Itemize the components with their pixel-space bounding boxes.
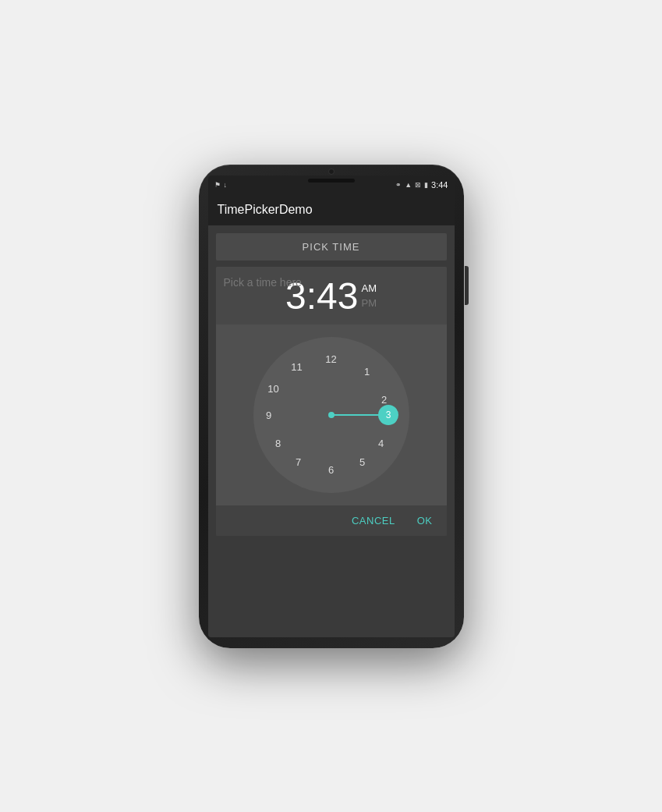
battery-icon: ▮ xyxy=(424,181,428,189)
phone-screen: ⚑ ↓ ⚭ ▲ ⊠ ▮ 3:44 TimePickerDemo PICK TIM… xyxy=(208,176,455,637)
content-area: PICK TIME Pick a time here 3:43 AM PM xyxy=(208,225,455,637)
clock-num-11[interactable]: 11 xyxy=(291,360,302,372)
dialog-buttons: CANCEL OK xyxy=(216,505,447,536)
clock-num-10[interactable]: 10 xyxy=(267,382,278,394)
bluetooth-icon: ⚭ xyxy=(395,181,402,189)
clock-num-12[interactable]: 12 xyxy=(325,353,336,364)
phone-camera xyxy=(328,168,335,175)
clock-num-2[interactable]: 2 xyxy=(381,393,387,405)
ok-button[interactable]: OK xyxy=(416,512,434,530)
cancel-button[interactable]: CANCEL xyxy=(350,512,397,530)
time-separator: : xyxy=(306,275,317,317)
clock-num-4[interactable]: 4 xyxy=(378,437,384,449)
clock-num-1[interactable]: 1 xyxy=(364,365,370,377)
status-left-icons: ⚑ ↓ xyxy=(214,181,228,189)
placeholder-text: Pick a time here xyxy=(224,276,302,289)
clock-num-5[interactable]: 5 xyxy=(359,456,365,467)
clock-num-7[interactable]: 7 xyxy=(296,456,301,467)
status-right-icons: ⚭ ▲ ⊠ ▮ 3:44 xyxy=(395,180,448,190)
wifi-icon: ▲ xyxy=(405,181,412,189)
status-time: 3:44 xyxy=(431,180,448,190)
app-title: TimePickerDemo xyxy=(218,203,313,217)
volume-buttons xyxy=(465,266,469,305)
time-picker-dialog: 3:43 AM PM xyxy=(216,267,447,536)
clock-section: 3 12 1 2 4 xyxy=(216,324,447,505)
pm-option[interactable]: PM xyxy=(361,296,377,310)
clock-num-6[interactable]: 6 xyxy=(328,463,334,475)
clock-numbers: 12 1 2 4 5 6 xyxy=(253,337,409,493)
app-bar: TimePickerDemo xyxy=(208,194,455,225)
phone-speaker xyxy=(308,179,355,183)
phone-device: ⚑ ↓ ⚭ ▲ ⊠ ▮ 3:44 TimePickerDemo PICK TIM… xyxy=(199,165,464,648)
signal-icon: ⊠ xyxy=(415,181,421,189)
pick-time-button[interactable]: PICK TIME xyxy=(216,233,447,261)
notification-flag-icon: ⚑ xyxy=(214,181,221,189)
clock-num-8[interactable]: 8 xyxy=(275,437,281,449)
minutes-display: 43 xyxy=(317,275,358,317)
am-option[interactable]: AM xyxy=(361,282,377,296)
download-icon: ↓ xyxy=(224,181,228,189)
clock-num-9[interactable]: 9 xyxy=(266,409,271,420)
clock-face[interactable]: 3 12 1 2 4 xyxy=(253,337,409,493)
ampm-container: AM PM xyxy=(361,282,377,310)
